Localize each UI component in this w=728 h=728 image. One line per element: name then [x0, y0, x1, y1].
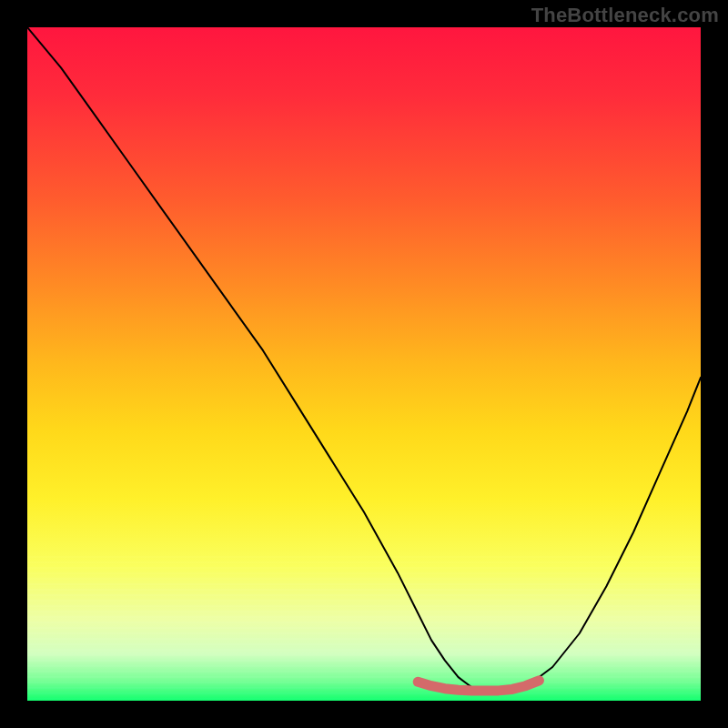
- watermark-text: TheBottleneck.com: [531, 4, 719, 27]
- bottom-highlight-path: [418, 681, 539, 691]
- curve-svg: [27, 27, 701, 701]
- plot-area: [27, 27, 701, 701]
- black-curve-path: [27, 27, 701, 691]
- chart-frame: TheBottleneck.com: [0, 0, 728, 728]
